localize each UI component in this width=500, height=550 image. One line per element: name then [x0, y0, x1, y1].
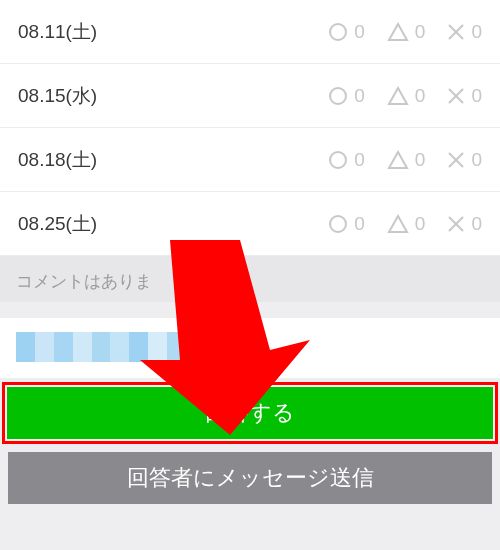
count-yes: 0 — [328, 85, 365, 107]
count-no: 0 — [447, 149, 482, 171]
count-value: 0 — [415, 149, 426, 171]
count-yes: 0 — [328, 149, 365, 171]
message-button-label: 回答者にメッセージ送信 — [127, 465, 374, 490]
date-label: 08.18(土) — [18, 147, 97, 173]
circle-icon — [328, 22, 348, 42]
cross-icon — [447, 23, 465, 41]
count-no: 0 — [447, 85, 482, 107]
circle-icon — [328, 86, 348, 106]
count-maybe: 0 — [387, 213, 426, 235]
counts-group: 0 0 0 — [328, 21, 482, 43]
svg-point-12 — [330, 216, 346, 232]
circle-icon — [328, 214, 348, 234]
triangle-icon — [387, 86, 409, 106]
count-value: 0 — [415, 213, 426, 235]
count-no: 0 — [447, 213, 482, 235]
spacer — [0, 302, 500, 318]
date-option-row[interactable]: 08.18(土) 0 0 0 — [0, 128, 500, 192]
counts-group: 0 0 0 — [328, 213, 482, 235]
cross-icon — [447, 151, 465, 169]
svg-point-0 — [330, 24, 346, 40]
count-maybe: 0 — [387, 21, 426, 43]
count-value: 0 — [354, 149, 365, 171]
count-yes: 0 — [328, 21, 365, 43]
svg-marker-5 — [389, 88, 407, 104]
count-maybe: 0 — [387, 85, 426, 107]
poll-screen: 08.11(土) 0 0 0 08.15(水) — [0, 0, 500, 550]
cross-icon — [447, 215, 465, 233]
count-maybe: 0 — [387, 149, 426, 171]
svg-marker-1 — [389, 24, 407, 40]
count-value: 0 — [471, 149, 482, 171]
count-value: 0 — [354, 85, 365, 107]
date-label: 08.15(水) — [18, 83, 97, 109]
respond-button[interactable]: 回答する — [7, 387, 493, 439]
triangle-icon — [387, 22, 409, 42]
count-value: 0 — [354, 21, 365, 43]
count-no: 0 — [447, 21, 482, 43]
count-value: 0 — [415, 85, 426, 107]
counts-group: 0 0 0 — [328, 85, 482, 107]
highlight-outline: 回答する — [2, 382, 498, 444]
counts-group: 0 0 0 — [328, 149, 482, 171]
date-option-row[interactable]: 08.15(水) 0 0 0 — [0, 64, 500, 128]
comment-placeholder: コメントはありま — [16, 272, 152, 291]
comment-section: コメントはありま — [0, 256, 500, 302]
count-value: 0 — [471, 21, 482, 43]
date-option-list: 08.11(土) 0 0 0 08.15(水) — [0, 0, 500, 256]
count-yes: 0 — [328, 213, 365, 235]
date-option-row[interactable]: 08.25(土) 0 0 0 — [0, 192, 500, 256]
respond-button-label: 回答する — [205, 400, 295, 425]
count-value: 0 — [471, 85, 482, 107]
cross-icon — [447, 87, 465, 105]
svg-point-8 — [330, 152, 346, 168]
triangle-icon — [387, 150, 409, 170]
date-label: 08.25(土) — [18, 211, 97, 237]
message-responders-button[interactable]: 回答者にメッセージ送信 — [8, 452, 492, 504]
svg-marker-13 — [389, 216, 407, 232]
svg-point-4 — [330, 88, 346, 104]
date-option-row[interactable]: 08.11(土) 0 0 0 — [0, 0, 500, 64]
triangle-icon — [387, 214, 409, 234]
blurred-content-panel — [0, 318, 500, 378]
count-value: 0 — [354, 213, 365, 235]
count-value: 0 — [471, 213, 482, 235]
circle-icon — [328, 150, 348, 170]
svg-marker-9 — [389, 152, 407, 168]
blurred-content — [16, 332, 186, 362]
count-value: 0 — [415, 21, 426, 43]
date-label: 08.11(土) — [18, 19, 97, 45]
